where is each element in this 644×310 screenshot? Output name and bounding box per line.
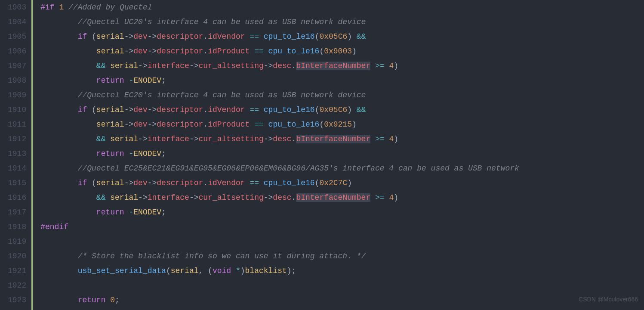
token: ): [352, 120, 357, 129]
token: ->: [189, 193, 199, 202]
code-line[interactable]: [40, 278, 644, 293]
token: [250, 47, 254, 56]
code-line[interactable]: usb_set_serial_data(serial, (void *)blac…: [40, 264, 644, 278]
code-line[interactable]: serial->dev->descriptor.idProduct == cpu…: [40, 44, 644, 59]
token: ->: [264, 193, 273, 202]
token: ENODEV: [133, 149, 161, 158]
token: if: [78, 32, 87, 41]
code-line[interactable]: //Quectel UC20's interface 4 can be used…: [40, 15, 644, 29]
token: [55, 3, 59, 12]
token: serial: [96, 179, 124, 187]
token: void: [213, 267, 231, 275]
token: serial: [171, 267, 199, 275]
token: [264, 47, 268, 56]
token: serial: [110, 62, 138, 70]
token: dev: [133, 105, 147, 114]
code-line[interactable]: #endif: [40, 220, 644, 234]
code-line[interactable]: return 0;: [40, 293, 644, 307]
token: //Quectel EC25&EC21&EG91&EG95&EG06&EP06&…: [78, 164, 519, 173]
token: [124, 149, 129, 158]
line-number-gutter: 1903190419051906190719081909191019111912…: [0, 0, 33, 310]
line-number: 1918: [8, 220, 26, 234]
token: [259, 32, 264, 41]
token: ): [394, 193, 398, 202]
token: [370, 193, 375, 202]
token: cpu_to_le16: [264, 32, 315, 41]
token: (: [87, 179, 96, 187]
token: [105, 135, 110, 143]
token: desc: [273, 62, 291, 70]
code-line[interactable]: if (serial->dev->descriptor.idVendor == …: [40, 29, 644, 44]
line-number: 1920: [8, 249, 26, 264]
token: 0x05C6: [319, 32, 347, 41]
token: .: [203, 120, 208, 129]
code-area[interactable]: #if 1 //Added by Quectel //Quectel UC20'…: [33, 0, 644, 310]
token: descriptor: [157, 32, 203, 41]
token: serial: [96, 32, 124, 41]
token: .: [203, 32, 208, 41]
token: ->: [189, 135, 199, 143]
token: (: [319, 47, 324, 56]
token: descriptor: [157, 47, 203, 56]
token: ->: [138, 62, 148, 70]
token: ->: [148, 105, 157, 114]
code-line[interactable]: [40, 234, 644, 249]
code-line[interactable]: if (serial->dev->descriptor.idVendor == …: [40, 102, 644, 117]
token: ): [240, 267, 245, 275]
code-editor[interactable]: 1903190419051906190719081909191019111912…: [0, 0, 644, 310]
token: .: [292, 193, 296, 202]
code-line[interactable]: return -ENODEV;: [40, 146, 644, 161]
token: ): [394, 135, 398, 143]
code-line[interactable]: serial->dev->descriptor.idProduct == cpu…: [40, 117, 644, 132]
code-line[interactable]: && serial->interface->cur_altsetting->de…: [40, 132, 644, 146]
token: dev: [133, 32, 147, 41]
token: (: [87, 32, 96, 41]
token: #if: [40, 3, 54, 12]
token: (: [87, 105, 96, 114]
token: if: [78, 179, 87, 187]
token: idProduct: [208, 47, 250, 56]
token: , (: [199, 267, 213, 275]
token: [64, 3, 68, 12]
code-line[interactable]: return -ENODEV;: [40, 205, 644, 220]
token: idVendor: [208, 179, 245, 187]
token: cur_altsetting: [199, 135, 264, 143]
token: 0x9003: [324, 47, 352, 56]
token: ;: [161, 76, 166, 85]
token: &&: [96, 135, 106, 143]
token: cpu_to_le16: [268, 47, 320, 56]
line-number: 1904: [8, 15, 26, 29]
line-number: 1903: [8, 0, 26, 15]
token: ->: [264, 135, 273, 143]
code-line[interactable]: //Quectel EC20's interface 4 can be used…: [40, 88, 644, 102]
code-line[interactable]: return -ENODEV;: [40, 73, 644, 88]
token: .: [292, 62, 296, 70]
token: 1: [59, 3, 64, 12]
token: 0x9215: [324, 120, 352, 129]
code-line[interactable]: && serial->interface->cur_altsetting->de…: [40, 190, 644, 205]
token: bInterfaceNumber: [296, 193, 370, 202]
token: ): [347, 32, 357, 41]
token: idVendor: [208, 32, 245, 41]
token: ;: [115, 296, 120, 304]
token: >=: [375, 193, 385, 202]
code-line[interactable]: #if 1 //Added by Quectel: [40, 0, 644, 15]
token: [105, 62, 110, 70]
token: descriptor: [157, 105, 203, 114]
token: dev: [133, 179, 147, 187]
token: return: [96, 208, 124, 217]
token: #endif: [40, 223, 68, 231]
token: cur_altsetting: [199, 62, 264, 70]
code-line[interactable]: //Quectel EC25&EC21&EG91&EG95&EG06&EP06&…: [40, 161, 644, 176]
code-line[interactable]: && serial->interface->cur_altsetting->de…: [40, 59, 644, 73]
code-line[interactable]: /* Store the blacklist info so we can us…: [40, 249, 644, 264]
token: &&: [96, 193, 106, 202]
token: ->: [264, 62, 273, 70]
token: 4: [389, 62, 394, 70]
code-line[interactable]: if (serial->dev->descriptor.idVendor == …: [40, 176, 644, 190]
token: ->: [124, 32, 134, 41]
token: ): [352, 47, 357, 56]
token: ;: [161, 208, 166, 217]
token: bInterfaceNumber: [296, 62, 370, 70]
token: ->: [148, 47, 157, 56]
